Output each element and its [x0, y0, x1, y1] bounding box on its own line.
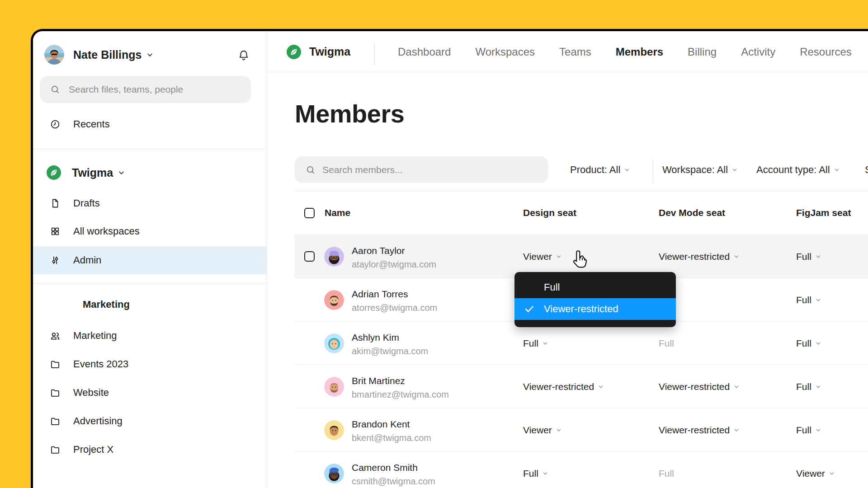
chevron-down-icon [829, 470, 835, 477]
figjam-seat-select[interactable]: Full [796, 278, 821, 321]
column-header-figjam-seat: FigJam seat [796, 191, 851, 235]
top-navigation: DashboardWorkspacesTeamsMembersBillingAc… [398, 31, 852, 72]
dev-seat-select[interactable]: Viewer-restricted [659, 235, 740, 278]
member-name: Adrian Torres [352, 288, 437, 300]
chevron-down-icon [815, 427, 821, 433]
sidebar-item-recents[interactable]: Recents [33, 110, 267, 138]
dev-seat-select[interactable]: Viewer-restricted [659, 365, 740, 408]
truncated-filter-label: S [865, 156, 868, 183]
column-header-dev-mode-seat: Dev Mode seat [659, 191, 725, 235]
topbar: Twigma DashboardWorkspacesTeamsMembersBi… [267, 31, 868, 72]
dropdown-option-full[interactable]: Full [514, 277, 676, 298]
filter-account-type[interactable]: Account type: All [756, 156, 840, 183]
row-checkbox[interactable] [304, 251, 315, 262]
sidebar-item-label: Marketing [73, 330, 117, 342]
column-header-name: Name [325, 191, 350, 235]
chevron-down-icon [146, 51, 154, 59]
nav-item-dashboard[interactable]: Dashboard [398, 46, 451, 58]
dev-seat-select: Full [659, 452, 674, 488]
chevron-down-icon [542, 340, 548, 347]
figjam-seat-select[interactable]: Full [796, 322, 821, 365]
brand-name: Twigma [309, 45, 350, 58]
seat-value: Full [796, 425, 811, 436]
seat-value: Full [523, 338, 538, 349]
design-seat-select[interactable]: Viewer [523, 235, 562, 278]
sidebar-item-label: Project X [73, 444, 113, 455]
design-seat-select[interactable]: Viewer [523, 408, 562, 451]
sidebar-item-advertising[interactable]: Advertising [33, 407, 267, 435]
twigma-logo-icon [287, 45, 301, 59]
sidebar-item-all-workspaces[interactable]: All workspaces [33, 217, 267, 245]
design-seat-select[interactable]: Full [523, 452, 548, 488]
sidebar-item-admin[interactable]: Admin [33, 246, 267, 274]
member-name: Ashlyn Kim [352, 332, 428, 343]
seat-dropdown-menu: Full Viewer-restricted [514, 272, 676, 327]
figjam-seat-select[interactable]: Full [796, 235, 821, 278]
member-identity: Aaron Taylorataylor@twigma.com [352, 245, 436, 270]
design-seat-select[interactable]: Viewer-restricted [523, 365, 604, 408]
table-row: Cameron Smithcsmith@twigma.comFullFullVi… [295, 452, 868, 488]
chevron-down-icon [556, 253, 562, 260]
search-icon [305, 164, 316, 175]
figjam-seat-select[interactable]: Viewer [796, 452, 835, 488]
chevron-down-icon [598, 384, 604, 390]
user-avatar [44, 45, 64, 65]
folder-icon [50, 416, 61, 427]
member-name: Brit Martinez [352, 375, 449, 386]
figjam-seat-select[interactable]: Full [796, 365, 821, 408]
sidebar-item-website[interactable]: Website [33, 379, 267, 407]
member-email: ataylor@twigma.com [352, 259, 436, 270]
member-avatar [324, 247, 344, 267]
design-seat-select[interactable]: Full [523, 322, 548, 365]
seat-value: Viewer-restricted [659, 381, 730, 392]
filter-workspace[interactable]: Workspace: All [662, 156, 738, 183]
table-row: Ashlyn Kimakim@twigma.comFullFullFull [295, 322, 868, 365]
divider [653, 159, 653, 183]
member-email: atorres@twigma.com [352, 302, 437, 314]
folder-icon [50, 444, 61, 455]
chevron-down-icon [542, 470, 548, 477]
org-switcher[interactable]: Twigma [33, 159, 267, 187]
divider [33, 149, 267, 149]
member-name: Cameron Smith [352, 462, 435, 473]
checkmark-icon [524, 303, 535, 315]
member-identity: Brandon Kentbkent@twigma.com [352, 418, 431, 444]
dropdown-option-viewer-restricted[interactable]: Viewer-restricted [514, 298, 676, 320]
member-name: Aaron Taylor [352, 245, 436, 256]
member-avatar [324, 420, 344, 440]
sidebar-item-project-x[interactable]: Project X [33, 436, 267, 464]
members-search-input[interactable]: Search members... [295, 156, 548, 183]
document-icon [50, 198, 61, 209]
chevron-down-icon [556, 427, 562, 433]
sidebar-item-marketing[interactable]: Marketing [33, 322, 267, 350]
notifications-bell-button[interactable] [238, 49, 250, 61]
page-title: Members [295, 99, 404, 128]
nav-item-activity[interactable]: Activity [741, 46, 775, 58]
sidebar-item-drafts[interactable]: Drafts [33, 189, 267, 217]
chevron-down-icon [624, 167, 630, 173]
sidebar: Nate Billings Search files, teams, peopl… [33, 31, 267, 488]
select-all-checkbox[interactable] [304, 208, 315, 218]
desktop-frame: Nate Billings Search files, teams, peopl… [0, 0, 868, 488]
user-name: Nate Billings [73, 48, 142, 61]
figjam-seat-select[interactable]: Full [796, 408, 821, 451]
people-icon [50, 330, 61, 341]
folder-icon [50, 387, 61, 398]
filter-product[interactable]: Product: All [570, 156, 630, 183]
member-email: bkent@twigma.com [352, 432, 431, 444]
nav-item-billing[interactable]: Billing [688, 46, 717, 58]
user-menu[interactable]: Nate Billings [33, 44, 267, 66]
nav-item-teams[interactable]: Teams [559, 46, 591, 58]
member-avatar [324, 333, 344, 353]
chevron-down-icon [834, 167, 840, 173]
sidebar-search-input[interactable]: Search files, teams, people [40, 76, 251, 103]
seat-value: Full [796, 295, 811, 305]
app-window: Nate Billings Search files, teams, peopl… [31, 29, 868, 488]
sidebar-item-events-2023[interactable]: Events 2023 [33, 350, 267, 378]
nav-item-members[interactable]: Members [616, 46, 663, 58]
sliders-icon [50, 255, 61, 266]
table-row: Brit Martinezbmartinez@twigma.comViewer-… [295, 365, 868, 408]
dev-seat-select[interactable]: Viewer-restricted [659, 408, 740, 451]
nav-item-workspaces[interactable]: Workspaces [475, 46, 535, 58]
nav-item-resources[interactable]: Resources [800, 46, 852, 58]
